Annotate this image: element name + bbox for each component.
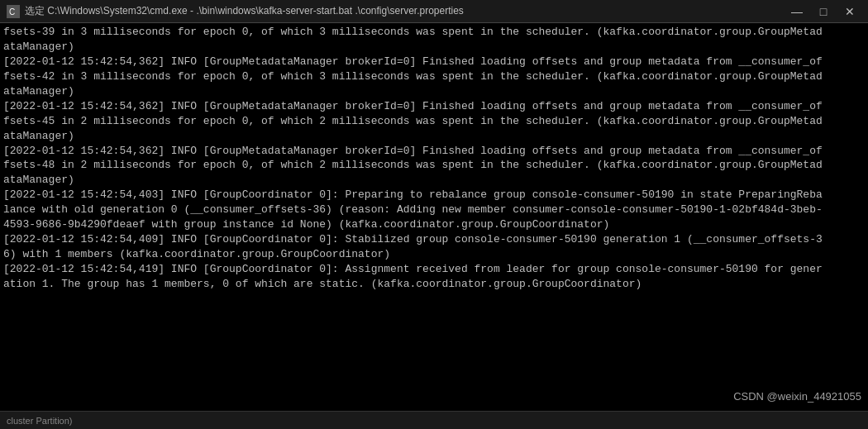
bottom-bar: cluster Partition)	[0, 411, 868, 429]
title-bar-controls: — □ ✕	[785, 3, 861, 20]
bottom-bar-text: cluster Partition)	[7, 416, 72, 426]
console-line: [2022-01-12 15:42:54,362] INFO [GroupMet…	[3, 55, 865, 69]
console-line: 4593-9686-9b4290fdeaef with group instan…	[3, 217, 865, 232]
console-line: [2022-01-12 15:42:54,362] INFO [GroupMet…	[3, 144, 865, 159]
title-bar: C 选定 C:\Windows\System32\cmd.exe - .\bin…	[0, 0, 868, 23]
console-line: [2022-01-12 15:42:54,419] INFO [GroupCoo…	[3, 262, 865, 277]
close-button[interactable]: ✕	[838, 3, 861, 20]
console-line: ataManager)	[3, 40, 865, 55]
console-line: fsets-42 in 3 milliseconds for epoch 0, …	[3, 69, 865, 84]
window-title: 选定 C:\Windows\System32\cmd.exe - .\bin\w…	[25, 4, 464, 18]
watermark-text: CSDN @weixin_44921055	[733, 389, 861, 404]
console-line: fsets-48 in 2 milliseconds for epoch 0, …	[3, 158, 865, 173]
console-line: [2022-01-12 15:42:54,362] INFO [GroupMet…	[3, 99, 865, 114]
console-lines: fsets-39 in 3 milliseconds for epoch 0, …	[3, 25, 865, 292]
title-bar-left: C 选定 C:\Windows\System32\cmd.exe - .\bin…	[7, 4, 464, 18]
console-line: lance with old generation 0 (__consumer_…	[3, 203, 865, 217]
console-line: 6) with 1 members (kafka.coordinator.gro…	[3, 247, 865, 262]
console-line: fsets-39 in 3 milliseconds for epoch 0, …	[3, 25, 865, 40]
cmd-window: C 选定 C:\Windows\System32\cmd.exe - .\bin…	[0, 0, 868, 429]
console-line: ataManager)	[3, 129, 865, 144]
cmd-icon: C	[7, 5, 20, 18]
console-line: fsets-45 in 2 milliseconds for epoch 0, …	[3, 114, 865, 129]
minimize-button[interactable]: —	[785, 3, 808, 20]
console-line: ation 1. The group has 1 members, 0 of w…	[3, 277, 865, 292]
svg-text:C: C	[9, 7, 15, 17]
maximize-button[interactable]: □	[812, 3, 835, 20]
console-line: ataManager)	[3, 173, 865, 188]
console-line: ataManager)	[3, 84, 865, 99]
console-line: [2022-01-12 15:42:54,403] INFO [GroupCoo…	[3, 188, 865, 203]
console-line: [2022-01-12 15:42:54,409] INFO [GroupCoo…	[3, 232, 865, 247]
console-output: fsets-39 in 3 milliseconds for epoch 0, …	[0, 23, 868, 411]
